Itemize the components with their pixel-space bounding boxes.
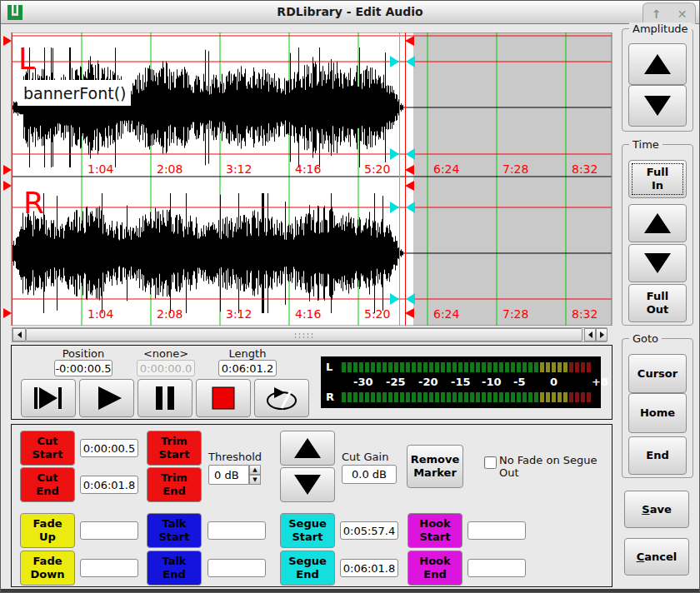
time-label: 5:20 (364, 307, 390, 321)
maximize-icon[interactable]: ↑ (652, 8, 662, 20)
meter-segment (359, 362, 363, 372)
remove-marker-button[interactable]: Remove Marker (407, 445, 463, 488)
position-field[interactable] (54, 360, 112, 376)
cut-gain-field[interactable] (342, 465, 397, 484)
cancel-rest: ancel (644, 551, 677, 563)
time-zoom-out-button[interactable] (628, 244, 687, 282)
meter-segment (441, 392, 445, 402)
no-fade-label: No Fade on Segue Out (499, 454, 612, 479)
cut-end-field[interactable] (80, 476, 138, 494)
meter-segment (371, 362, 375, 372)
meter-segment (488, 362, 492, 372)
fade-down-field[interactable] (80, 559, 138, 577)
play-button[interactable] (79, 379, 134, 417)
scroll-left-button-2[interactable] (584, 328, 596, 341)
hook-start-button[interactable]: Hook Start (408, 513, 462, 548)
meter-segment (348, 392, 352, 402)
hook-start-field[interactable] (468, 521, 526, 540)
segue-start-button[interactable]: Segue Start (280, 513, 335, 548)
save-button[interactable]: Save (624, 491, 689, 528)
fade-down-button[interactable]: Fade Down (20, 551, 75, 586)
scroll-left-button[interactable] (12, 328, 26, 341)
scroll-right-button[interactable] (596, 328, 608, 341)
talk-start-button[interactable]: Talk Start (147, 513, 202, 548)
amplitude-down-button[interactable] (628, 85, 687, 127)
hook-end-button[interactable]: Hook End (408, 551, 462, 586)
threshold-up-icon[interactable]: ▲ (249, 465, 261, 475)
left-arrow-icon (18, 331, 22, 338)
segue-start-field[interactable] (340, 521, 398, 540)
meter-scale-label: -10 (482, 376, 502, 388)
up-arrow-icon (639, 52, 676, 77)
meter-segment (517, 362, 521, 372)
threshold-down-icon[interactable]: ▼ (249, 475, 261, 485)
fade-up-button[interactable]: Fade Up (20, 513, 75, 548)
right-channel-label: R (23, 186, 44, 220)
meter-segment (587, 362, 591, 372)
cut-start-arrow-icon[interactable] (3, 181, 12, 191)
talk-end-field[interactable] (208, 559, 266, 577)
threshold-spinbox[interactable]: ▲ ▼ (208, 465, 261, 485)
meter-segment (394, 362, 398, 372)
segue-end-button[interactable]: Segue End (280, 551, 335, 586)
cut-start-button[interactable]: Cut Start (20, 431, 75, 466)
meter-segment (423, 392, 428, 402)
waveform-svg[interactable]: L R bannerFont() 1:041:042:082:083:123:1… (3, 32, 612, 326)
goto-cursor-button[interactable]: Cursor (628, 354, 687, 393)
left-arrow-icon (588, 331, 592, 338)
meter-segment (482, 362, 486, 372)
amplitude-up-button[interactable] (628, 43, 687, 85)
cut-start-arrow-icon[interactable] (3, 308, 12, 318)
gain-up-button[interactable] (280, 431, 335, 466)
goto-end-button[interactable]: End (628, 436, 687, 475)
cut-start-arrow-icon[interactable] (3, 165, 12, 175)
goto-group: Goto Cursor Home End (622, 338, 693, 478)
meter-segment (435, 362, 439, 372)
fade-up-field[interactable] (80, 521, 138, 540)
meter-segment (488, 392, 492, 402)
meter-segment (528, 392, 532, 402)
titlebar[interactable]: RDLibrary - Edit Audio ↑ ✕ (1, 1, 699, 24)
gain-down-button[interactable] (280, 467, 335, 502)
segue-end-field[interactable] (340, 559, 398, 577)
hook-end-field[interactable] (468, 559, 526, 577)
banner-overlay: bannerFont() (18, 80, 131, 106)
close-icon[interactable]: ✕ (678, 8, 688, 20)
time-full-out-button[interactable]: Full Out (628, 284, 687, 322)
time-label: 2:08 (157, 307, 182, 321)
no-fade-checkbox[interactable] (484, 456, 497, 469)
talk-start-field[interactable] (208, 521, 266, 540)
waveform-display[interactable]: L R bannerFont() 1:041:042:082:083:123:1… (3, 32, 612, 326)
talk-end-button[interactable]: Talk End (147, 551, 202, 586)
cancel-button[interactable]: Cancel (624, 538, 689, 576)
goto-home-button[interactable]: Home (628, 393, 687, 433)
meter-segment (388, 362, 392, 372)
scrollbar-thumb[interactable] (26, 328, 582, 341)
meter-segment (476, 392, 480, 402)
right-arrow-icon (600, 331, 604, 338)
time-full-in-button[interactable]: Full In (628, 160, 687, 198)
time-label: 7:28 (502, 162, 528, 176)
loop-button[interactable] (254, 379, 309, 417)
pause-button[interactable] (138, 379, 192, 417)
trim-start-button[interactable]: Trim Start (147, 431, 202, 466)
meter-segment (365, 362, 369, 372)
thumb-grip-icon (293, 332, 315, 339)
time-label: 1:04 (88, 162, 114, 176)
cut-end-button[interactable]: Cut End (20, 467, 75, 502)
meter-segment (470, 392, 474, 402)
meter-segment (546, 362, 550, 372)
cut-start-field[interactable] (80, 439, 138, 457)
waveform-hscrollbar[interactable] (12, 327, 607, 342)
trim-end-button[interactable]: Trim End (147, 467, 202, 502)
loop-icon (262, 381, 301, 416)
play-from-start-button[interactable] (21, 379, 76, 417)
cut-start-arrow-icon[interactable] (3, 36, 12, 46)
meter-segment (499, 362, 503, 372)
meter-segment (371, 392, 375, 402)
length-field[interactable] (218, 360, 277, 376)
stop-button[interactable] (196, 379, 251, 417)
threshold-field[interactable] (208, 465, 249, 485)
down-arrow-icon (639, 251, 676, 276)
time-zoom-in-button[interactable] (628, 204, 687, 242)
